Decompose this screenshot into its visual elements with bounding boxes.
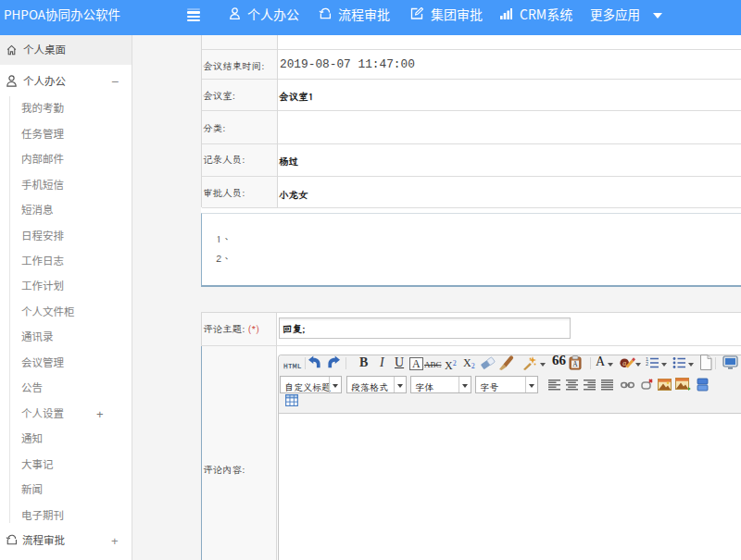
svg-text:a: a [622, 359, 626, 367]
svg-text:2: 2 [646, 361, 648, 367]
svg-text:A: A [572, 360, 578, 368]
